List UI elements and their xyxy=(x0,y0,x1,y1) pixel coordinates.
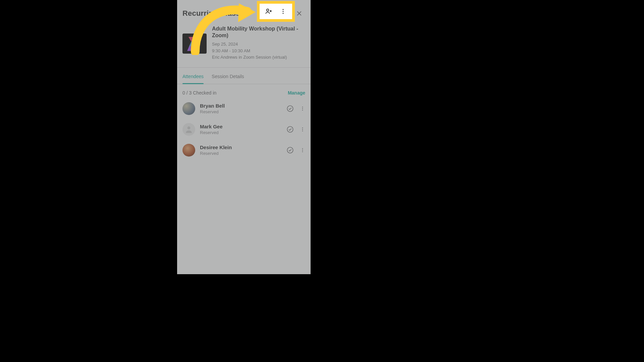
attendee-name: Bryan Bell xyxy=(200,103,282,109)
class-thumbnail xyxy=(182,34,207,54)
attendee-row: Desiree Klein Reserved xyxy=(180,140,308,161)
panel-title: Recurring Class xyxy=(182,9,240,18)
avatar xyxy=(182,123,195,136)
attendee-name: Desiree Klein xyxy=(200,144,282,150)
checkin-button[interactable] xyxy=(286,105,294,112)
svg-point-7 xyxy=(302,110,303,110)
tutorial-highlight xyxy=(257,1,295,22)
avatar xyxy=(182,102,195,115)
svg-point-16 xyxy=(302,151,303,152)
check-circle-icon xyxy=(286,105,294,112)
svg-point-4 xyxy=(287,106,293,111)
more-vertical-icon xyxy=(300,126,305,133)
check-circle-icon xyxy=(286,126,294,133)
checkin-button[interactable] xyxy=(286,126,294,133)
person-icon xyxy=(184,125,193,134)
more-vertical-icon xyxy=(300,105,305,112)
svg-point-11 xyxy=(302,129,303,129)
svg-point-13 xyxy=(287,147,293,153)
checkin-button[interactable] xyxy=(286,146,294,154)
class-location: Eric Andrews in Zoom Session (virtual) xyxy=(212,54,305,61)
attendee-status: Reserved xyxy=(200,151,282,156)
svg-point-9 xyxy=(287,126,293,132)
svg-point-14 xyxy=(302,148,303,149)
class-detail-panel: Recurring Class xyxy=(177,0,311,274)
attendee-row: Mark Gee Reserved xyxy=(180,119,308,140)
attendee-more-button[interactable] xyxy=(300,147,305,154)
add-attendee-button-highlighted[interactable] xyxy=(263,5,275,17)
attendee-status: Reserved xyxy=(200,130,282,135)
tab-session-details[interactable]: Session Details xyxy=(212,68,244,84)
more-options-button-highlighted[interactable] xyxy=(277,5,289,17)
svg-point-12 xyxy=(302,130,303,131)
attendee-more-button[interactable] xyxy=(300,105,305,112)
more-vertical-icon xyxy=(300,147,305,154)
more-vertical-icon xyxy=(280,8,286,15)
close-icon xyxy=(296,10,303,17)
check-circle-icon xyxy=(286,146,294,154)
attendee-more-button[interactable] xyxy=(300,126,305,133)
close-button[interactable] xyxy=(293,7,305,19)
class-date: Sep 25, 2024 xyxy=(212,41,305,48)
svg-point-15 xyxy=(302,149,303,150)
checkin-summary: 0 / 3 Checked in Manage xyxy=(177,84,311,98)
tab-attendees[interactable]: Attendees xyxy=(182,68,204,84)
svg-point-18 xyxy=(282,9,283,10)
svg-point-8 xyxy=(187,126,191,129)
svg-point-6 xyxy=(302,108,303,109)
attendee-list: Bryan Bell Reserved xyxy=(177,98,311,161)
tab-bar: Attendees Session Details xyxy=(177,68,311,84)
person-add-icon xyxy=(265,7,273,15)
manage-link[interactable]: Manage xyxy=(288,90,305,96)
svg-point-20 xyxy=(282,13,283,14)
checkin-count: 0 / 3 Checked in xyxy=(182,90,216,96)
svg-point-10 xyxy=(302,127,303,128)
svg-point-17 xyxy=(267,9,269,11)
class-title: Adult Mobility Workshop (Virtual - Zoom) xyxy=(212,25,305,39)
svg-point-19 xyxy=(282,11,283,12)
attendee-name: Mark Gee xyxy=(200,124,282,129)
class-time: 9:30 AM - 10:30 AM xyxy=(212,48,305,54)
svg-point-5 xyxy=(302,107,303,107)
attendee-row: Bryan Bell Reserved xyxy=(180,98,308,119)
avatar xyxy=(182,144,195,157)
class-summary-card: Adult Mobility Workshop (Virtual - Zoom)… xyxy=(177,23,311,68)
attendee-status: Reserved xyxy=(200,109,282,114)
